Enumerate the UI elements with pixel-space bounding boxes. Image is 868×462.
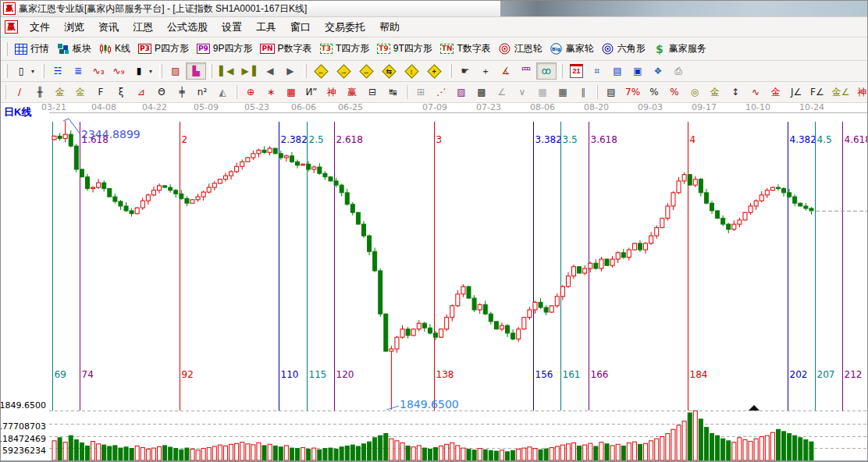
wave-9-button[interactable]: ∿₉: [108, 62, 129, 80]
kline-chart[interactable]: 03-2104-0804-2205-0905-2306-0606-2507-09…: [1, 103, 867, 460]
brush-button[interactable]: ∕: [9, 84, 30, 101]
menu-item-browse[interactable]: 浏览: [57, 19, 91, 35]
gold-gann-box-button[interactable]: 金: [70, 84, 91, 101]
j-angle-button[interactable]: J∠: [786, 84, 806, 101]
menu-item-tools[interactable]: 工具: [249, 19, 283, 35]
volume-bar: [754, 439, 758, 460]
toolbar-button-sectors[interactable]: 板块: [53, 40, 95, 58]
n-squared-button[interactable]: n²: [192, 84, 212, 101]
span-arrows-button[interactable]: ↹: [382, 84, 403, 101]
zigzag-gray-button[interactable]: ∨: [512, 84, 532, 101]
toolbar-button-9p-square[interactable]: P99P四方形: [193, 40, 257, 58]
web-star-button[interactable]: ∗: [261, 84, 281, 101]
candle-pen-button[interactable]: ↕: [725, 84, 745, 101]
smart-brain-button[interactable]: ꚙ: [536, 62, 557, 80]
toolbar-button-gann-wheel[interactable]: 江恩轮: [495, 40, 546, 58]
gold-red-button[interactable]: 金: [766, 84, 786, 101]
spiral-button[interactable]: ξ: [111, 84, 131, 101]
diamond-left-button[interactable]: ←: [310, 62, 333, 81]
menu-item-trade-entrust[interactable]: 交易委托: [318, 19, 372, 35]
calculator-button[interactable]: ⌗: [587, 62, 607, 80]
last-bar-button[interactable]: ▶▐: [238, 62, 260, 80]
rays-dark-button[interactable]: ▩: [471, 84, 492, 101]
grid-dark-button[interactable]: ▦: [553, 84, 573, 101]
angle-gray-button[interactable]: ∠: [492, 84, 512, 101]
ruler-123-button[interactable]: ⊟: [362, 84, 382, 101]
pattern-box-button[interactable]: ▨: [165, 62, 186, 80]
diamond-v-expand-button[interactable]: ↕: [400, 62, 423, 81]
percent-bars-button[interactable]: ▤: [601, 84, 621, 101]
flag-brush-button[interactable]: ⊿: [131, 84, 151, 101]
shen-angle-button[interactable]: 神∠: [853, 84, 868, 101]
f-angle-button[interactable]: F∠: [806, 84, 828, 101]
capture-button[interactable]: ⎙: [668, 62, 688, 80]
diamond-h-expand-button[interactable]: ↔: [355, 62, 378, 81]
prev-bar-button[interactable]: ◀: [260, 62, 280, 80]
wave-count-button[interactable]: И”: [301, 84, 322, 101]
toolbar-button-hexagon[interactable]: 六角形: [598, 40, 649, 58]
toolbar-button-t-number-table[interactable]: TNT数字表: [436, 40, 495, 58]
candle-style-dropdown-button[interactable]: ▮▾: [129, 62, 156, 80]
comb-button[interactable]: ╫: [30, 84, 50, 101]
percent-button[interactable]: %: [644, 84, 664, 101]
candle-body: [704, 193, 708, 203]
kline-style-dropdown-button[interactable]: ▯▾: [11, 62, 38, 80]
gold-line2-button[interactable]: 金: [705, 84, 725, 101]
square-web-button[interactable]: ▦: [281, 84, 301, 101]
grid-gray-button[interactable]: ▦: [532, 84, 553, 101]
gann-grid-tool-button[interactable]: 罒: [516, 62, 536, 80]
seven-percent-button[interactable]: 7%: [621, 84, 644, 101]
wave-3-button[interactable]: ∿₃: [88, 62, 108, 80]
compass-button[interactable]: ⊕: [240, 84, 261, 101]
box-gray-button[interactable]: ⊞: [411, 84, 431, 101]
gold-circle-button[interactable]: ◎: [685, 84, 705, 101]
first-bar-button[interactable]: ▌◀: [215, 62, 237, 80]
gold-angle-button[interactable]: 金∠: [828, 84, 854, 101]
info-list-button[interactable]: ≣: [68, 62, 88, 80]
save-button[interactable]: ▣: [628, 62, 648, 80]
menu-item-file[interactable]: 文件: [23, 19, 57, 35]
toolbar-button-p-square[interactable]: P3P四方形: [134, 40, 193, 58]
menu-item-window[interactable]: 窗口: [283, 19, 318, 35]
diamond-h-compress-button[interactable]: ⇆: [378, 62, 400, 81]
fib-f-button[interactable]: F: [91, 84, 111, 101]
menu-item-help[interactable]: 帮助: [372, 19, 407, 35]
toolbar-button-quotes[interactable]: 行情: [11, 40, 53, 58]
toolbar-button-winner-wheel[interactable]: Big赢家轮: [546, 40, 598, 58]
gann-grid-tool-icon: 罒: [520, 65, 532, 77]
gold-gann-line-button[interactable]: 金: [50, 84, 70, 101]
angle-tool-button[interactable]: ∡: [496, 62, 516, 80]
ying-comb-button[interactable]: 赢: [342, 84, 362, 101]
menu-item-formula-stock-pick[interactable]: 公式选股: [160, 19, 215, 35]
notes-button[interactable]: ▤: [607, 62, 628, 80]
toolbar-button-t-square[interactable]: T3T四方形: [316, 40, 374, 58]
cycle-clock-button[interactable]: Θ: [151, 84, 172, 101]
crosshair-tool-button[interactable]: ＋: [475, 62, 496, 80]
diamond-all-button[interactable]: +: [423, 62, 446, 81]
mirror-angle-button[interactable]: ◭: [212, 84, 233, 101]
double-comb-button[interactable]: ╪: [172, 84, 192, 101]
toolbar-button-p-number-table[interactable]: PNP数字表: [256, 40, 315, 58]
volume-bar: [583, 445, 587, 460]
hand-tool-button[interactable]: ☛: [455, 62, 475, 80]
web-quote-button[interactable]: ❖: [648, 62, 668, 80]
menu-item-settings[interactable]: 设置: [215, 19, 249, 35]
volume-bar: [738, 438, 742, 460]
toolbar-button-kline[interactable]: K线: [95, 40, 134, 58]
toolbar-button-9t-square[interactable]: T99T四方形: [373, 40, 436, 58]
menu-item-news[interactable]: 资讯: [91, 19, 126, 35]
diamond-right-button[interactable]: →: [333, 62, 355, 81]
color-histogram-button[interactable]: ▙: [186, 62, 206, 80]
next-bar-button[interactable]: ▶: [280, 62, 301, 80]
draw-panel-button[interactable]: ☵: [48, 62, 68, 80]
rays-red-button[interactable]: ⋰: [431, 84, 451, 101]
wave-gold-button[interactable]: ∿: [745, 84, 766, 101]
toolbar-button-winner-service[interactable]: $赢家服务: [649, 40, 710, 58]
candle-body: [273, 148, 277, 154]
calendar-button[interactable]: 21: [566, 62, 587, 80]
percent-line-button[interactable]: %: [664, 84, 685, 101]
shen-comb-button[interactable]: 神: [322, 84, 342, 101]
menu-item-gann[interactable]: 江恩: [126, 19, 160, 35]
rays-purple-button[interactable]: ▨: [451, 84, 471, 101]
slashes-button[interactable]: ∥: [573, 84, 593, 101]
